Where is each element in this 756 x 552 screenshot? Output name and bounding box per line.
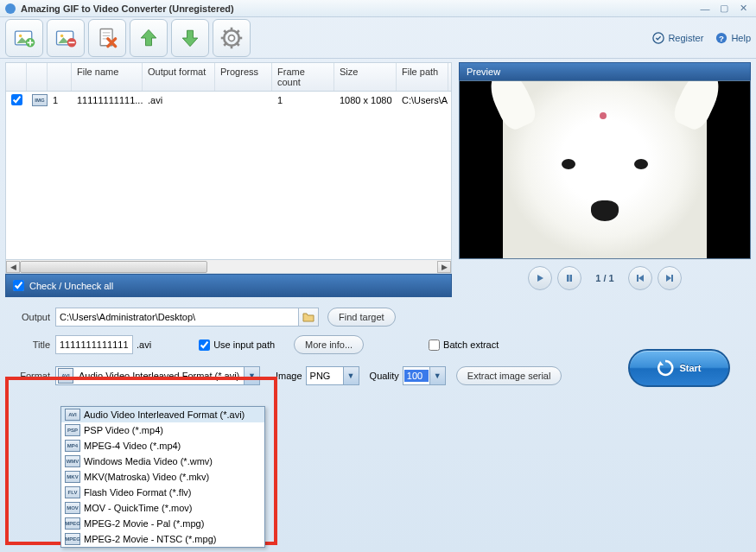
find-target-button[interactable]: Find target — [327, 308, 396, 327]
add-file-button[interactable] — [5, 19, 43, 57]
output-input[interactable] — [55, 308, 299, 327]
next-button[interactable] — [658, 266, 682, 290]
check-all-label: Check / Uncheck all — [29, 281, 113, 291]
svg-point-4 — [60, 34, 64, 37]
title-ext: .avi — [137, 339, 151, 350]
start-button[interactable]: Start — [628, 349, 730, 387]
row-index: 1 — [48, 95, 72, 105]
format-option-icon: MP4 — [65, 440, 80, 452]
pause-button[interactable] — [557, 266, 581, 290]
scroll-left-button[interactable]: ◀ — [6, 261, 20, 273]
format-option[interactable]: WMVWindows Media Video (*.wmv) — [61, 454, 264, 469]
format-option[interactable]: MOVMOV - QuickTime (*.mov) — [61, 500, 264, 516]
svg-rect-26 — [671, 275, 673, 282]
quality-dropdown-button[interactable]: ▼ — [429, 367, 445, 384]
register-label: Register — [668, 33, 703, 43]
file-table-body[interactable]: IMG 1 11111111111... .avi 1 1080 x 1080 … — [5, 92, 452, 260]
player-controls: 1 / 1 — [459, 259, 751, 297]
arrow-down-icon — [178, 26, 202, 50]
close-button[interactable]: ✕ — [735, 2, 751, 16]
minimize-button[interactable]: — — [697, 2, 713, 16]
output-label: Output — [14, 312, 55, 322]
format-option[interactable]: MPEGMPEG-2 Movie - NTSC (*.mpg) — [61, 531, 264, 547]
svg-point-11 — [229, 35, 235, 41]
title-label: Title — [14, 339, 55, 350]
format-option-icon: MPEG — [65, 517, 80, 530]
toolbar: Register ? Help — [0, 17, 756, 59]
register-link[interactable]: Register — [652, 32, 703, 44]
svg-point-1 — [19, 34, 22, 37]
image-dropdown-button[interactable]: ▼ — [343, 367, 359, 384]
format-combo[interactable]: AVI Audio Video Interleaved Format (*.av… — [55, 366, 260, 385]
play-button[interactable] — [528, 266, 552, 290]
maximize-button[interactable]: ▢ — [716, 2, 732, 16]
add-icon — [12, 26, 36, 50]
batch-extract-checkbox[interactable] — [429, 339, 440, 351]
row-frame-count: 1 — [272, 95, 334, 105]
format-option-icon: MKV — [65, 471, 80, 483]
horizontal-scrollbar[interactable]: ◀ ▶ — [5, 260, 452, 274]
row-file-path: C:\Users\A — [397, 95, 448, 105]
file-type-icon: IMG — [32, 94, 48, 106]
col-file-path[interactable]: File path — [397, 63, 448, 91]
table-row[interactable]: IMG 1 11111111111... .avi 1 1080 x 1080 … — [6, 92, 451, 109]
row-checkbox[interactable] — [11, 94, 22, 105]
remove-file-button[interactable] — [47, 19, 85, 57]
clear-button[interactable] — [88, 19, 126, 57]
col-size[interactable]: Size — [334, 63, 397, 91]
play-icon — [536, 274, 544, 282]
extract-serial-button[interactable]: Extract image serial — [456, 366, 562, 385]
svg-rect-24 — [570, 275, 573, 282]
output-browse-button[interactable] — [298, 308, 319, 327]
col-frame-count[interactable]: Frame count — [272, 63, 334, 91]
format-option-icon: FLV — [65, 486, 80, 498]
format-option-icon: AVI — [65, 409, 80, 421]
move-down-button[interactable] — [171, 19, 209, 57]
row-size: 1080 x 1080 — [334, 95, 397, 105]
start-label: Start — [679, 363, 701, 373]
col-output-format[interactable]: Output format — [143, 63, 215, 91]
format-option[interactable]: PSPPSP Video (*.mp4) — [61, 422, 264, 438]
quality-value: 100 — [404, 370, 429, 382]
help-icon: ? — [715, 32, 727, 44]
format-option[interactable]: MP4MPEG-4 Video (*.mp4) — [61, 438, 264, 454]
help-label: Help — [731, 33, 751, 43]
scroll-right-button[interactable]: ▶ — [437, 261, 451, 273]
format-option[interactable]: AVIAudio Video Interleaved Format (*.avi… — [61, 407, 264, 422]
format-option-icon: WMV — [65, 455, 80, 467]
prev-button[interactable] — [628, 266, 652, 290]
clear-icon — [95, 26, 119, 50]
prev-icon — [636, 274, 645, 282]
format-option[interactable]: MPEGMPEG-2 Movie - Pal (*.mpg) — [61, 516, 264, 531]
start-icon — [657, 359, 674, 377]
move-up-button[interactable] — [130, 19, 168, 57]
format-option[interactable]: FLVFlash Video Format (*.flv) — [61, 485, 264, 500]
check-all-checkbox[interactable] — [13, 280, 24, 291]
col-progress[interactable]: Progress — [215, 63, 272, 91]
help-link[interactable]: ? Help — [715, 32, 751, 44]
format-option-icon: MPEG — [65, 533, 80, 545]
more-info-button[interactable]: More info... — [294, 335, 364, 354]
title-input[interactable] — [55, 335, 133, 354]
format-dropdown-list[interactable]: AVIAudio Video Interleaved Format (*.avi… — [60, 406, 265, 548]
quality-combo[interactable]: 100 ▼ — [403, 366, 446, 385]
format-option[interactable]: MKVMKV(Matroska) Video (*.mkv) — [61, 469, 264, 485]
check-all-bar: Check / Uncheck all — [5, 274, 452, 297]
use-input-path-checkbox[interactable] — [199, 339, 210, 351]
row-output-format: .avi — [143, 95, 215, 105]
svg-rect-23 — [567, 275, 569, 282]
format-value: Audio Video Interleaved Format (*.avi) — [75, 371, 244, 381]
format-option-icon: PSP — [65, 424, 80, 436]
use-input-path-label: Use input path — [213, 339, 275, 350]
col-filename[interactable]: File name — [72, 63, 143, 91]
scroll-thumb[interactable] — [20, 261, 207, 273]
image-value: PNG — [307, 371, 343, 381]
format-dropdown-button[interactable]: ▼ — [244, 367, 259, 384]
window-title: Amazing GIF to Video Converter (Unregist… — [21, 3, 694, 14]
pause-icon — [565, 274, 574, 282]
folder-icon — [302, 312, 314, 322]
image-combo[interactable]: PNG ▼ — [306, 366, 359, 385]
titlebar: Amazing GIF to Video Converter (Unregist… — [0, 0, 756, 17]
settings-button[interactable] — [213, 19, 251, 57]
quality-label: Quality — [370, 371, 399, 381]
